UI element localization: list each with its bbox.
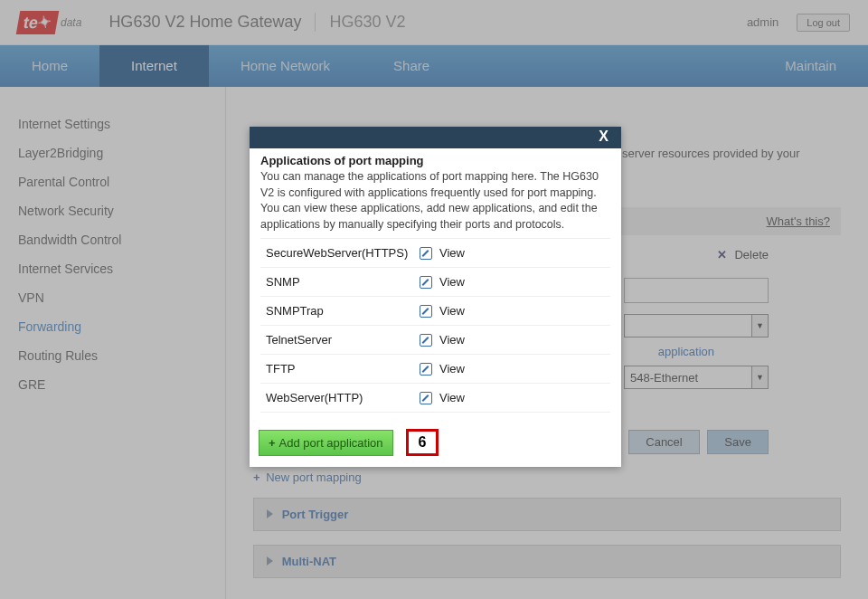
step-callout: 6 <box>406 429 439 456</box>
edit-icon[interactable] <box>420 247 432 260</box>
view-link[interactable]: View <box>439 275 465 289</box>
modal-header: X <box>250 127 621 148</box>
view-link[interactable]: View <box>439 246 465 260</box>
add-port-application-button[interactable]: + Add port application <box>259 430 393 456</box>
list-item: TelnetServer View <box>260 326 610 355</box>
app-name: WebServer(HTTP) <box>266 391 420 404</box>
add-button-label: Add port application <box>279 436 383 450</box>
list-item: TFTP View <box>260 355 610 384</box>
modal-description: You can manage the applications of port … <box>260 169 610 233</box>
edit-icon[interactable] <box>420 334 432 347</box>
application-list: SecureWebServer(HTTPS) View SNMP View SN… <box>260 238 610 413</box>
list-item: SNMPTrap View <box>260 297 610 326</box>
edit-icon[interactable] <box>420 363 432 376</box>
view-link[interactable]: View <box>439 304 465 318</box>
app-name: SNMPTrap <box>266 304 420 318</box>
list-item: WebServer(HTTP) View <box>260 384 610 413</box>
edit-icon[interactable] <box>420 305 432 318</box>
edit-icon[interactable] <box>420 392 432 404</box>
app-name: SecureWebServer(HTTPS) <box>266 246 420 260</box>
app-name: TFTP <box>266 362 420 376</box>
modal-close-button[interactable]: X <box>599 128 609 145</box>
list-item: SecureWebServer(HTTPS) View <box>260 239 610 268</box>
app-name: TelnetServer <box>266 333 420 347</box>
view-link[interactable]: View <box>439 362 465 376</box>
list-item: SNMP View <box>260 268 610 297</box>
edit-icon[interactable] <box>420 276 432 289</box>
plus-icon: + <box>269 436 276 450</box>
view-link[interactable]: View <box>439 333 465 347</box>
modal-title: Applications of port mapping <box>260 154 610 167</box>
app-name: SNMP <box>266 275 420 289</box>
view-link[interactable]: View <box>439 391 465 404</box>
port-applications-modal: X Applications of port mapping You can m… <box>250 127 621 467</box>
